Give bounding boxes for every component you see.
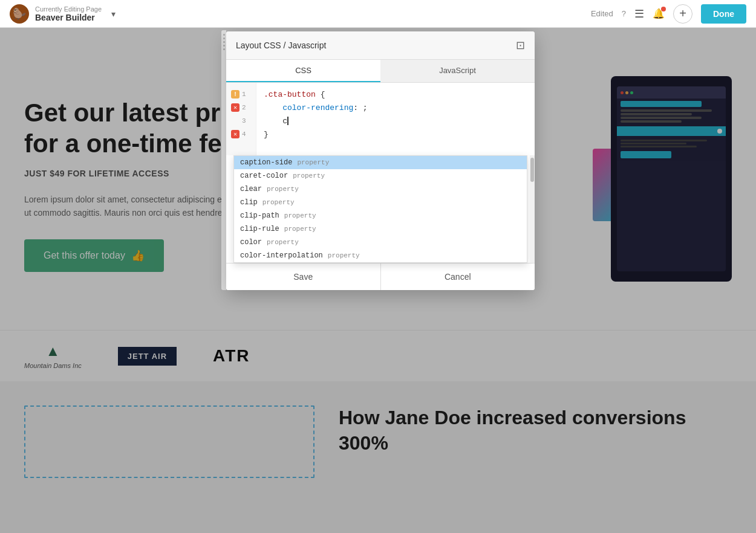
- autocomplete-item-color[interactable]: color property: [234, 236, 527, 249]
- topbar-editing-label: Currently Editing Page: [35, 5, 102, 13]
- modal-header: Layout CSS / Javascript ⊡: [226, 31, 535, 60]
- line-row-3: 3: [226, 114, 256, 128]
- autocomplete-item-clip[interactable]: clip property: [234, 196, 527, 209]
- save-button[interactable]: Save: [226, 263, 381, 290]
- error-icon-4: ✕: [231, 130, 240, 138]
- code-editor[interactable]: ! 1 ✕ 2 3 ✕ 4: [226, 83, 535, 263]
- autocomplete-dropdown: caption-side property caret-color proper…: [233, 155, 527, 263]
- code-lines-area: ! 1 ✕ 2 3 ✕ 4: [226, 83, 535, 155]
- error-icon-1: !: [231, 90, 240, 99]
- code-selector: .cta-button: [264, 90, 316, 99]
- scroll-thumb: [530, 158, 534, 182]
- line-numbers: ! 1 ✕ 2 3 ✕ 4: [226, 83, 256, 155]
- code-line-1: .cta-button {: [264, 88, 527, 101]
- line-row-2: ✕ 2: [226, 101, 256, 114]
- line-num-3: 3: [242, 117, 246, 124]
- beaver-logo: 🦫: [10, 4, 29, 24]
- code-line-4: }: [264, 128, 527, 141]
- modal-footer: Save Cancel: [226, 263, 535, 290]
- topbar-edited-label: Edited: [591, 9, 613, 18]
- autocomplete-item-caption-side[interactable]: caption-side property: [234, 156, 527, 169]
- code-property: color-rendering: [282, 103, 353, 112]
- line-num-2: 2: [242, 104, 246, 111]
- autocomplete-container: caption-side property caret-color proper…: [226, 155, 535, 263]
- topbar: 🦫 Currently Editing Page Beaver Builder …: [0, 0, 756, 28]
- modal-title: Layout CSS / Javascript: [236, 40, 326, 50]
- modal-close-button[interactable]: ⊡: [516, 39, 525, 52]
- cancel-button[interactable]: Cancel: [381, 263, 535, 290]
- autocomplete-item-clip-rule[interactable]: clip-rule property: [234, 222, 527, 236]
- code-line-2: color-rendering : ;: [264, 101, 527, 114]
- strip-dot: [223, 45, 225, 47]
- code-content[interactable]: .cta-button { color-rendering : ; c: [256, 83, 535, 155]
- text-cursor: [287, 117, 288, 125]
- autocomplete-scrollbar[interactable]: [530, 155, 535, 263]
- topbar-bell[interactable]: 🔔: [653, 8, 665, 19]
- strip-dot: [223, 41, 225, 43]
- strip-dot: [223, 37, 225, 39]
- tab-css[interactable]: CSS: [226, 60, 380, 82]
- add-button[interactable]: +: [673, 4, 692, 24]
- done-button[interactable]: Done: [701, 4, 746, 24]
- autocomplete-item-clip-path[interactable]: clip-path property: [234, 209, 527, 222]
- topbar-chevron-icon[interactable]: ▾: [111, 9, 116, 19]
- error-icon-2: ✕: [231, 103, 240, 112]
- topbar-left: 🦫 Currently Editing Page Beaver Builder …: [10, 4, 116, 24]
- strip-dot: [223, 48, 225, 50]
- autocomplete-item-caret-color[interactable]: caret-color property: [234, 169, 527, 183]
- line-row-1: ! 1: [226, 88, 256, 101]
- line-num-4: 4: [242, 131, 246, 138]
- modal-overlay: Layout CSS / Javascript ⊡ CSS JavaScript…: [0, 28, 756, 533]
- tab-javascript[interactable]: JavaScript: [380, 60, 535, 82]
- topbar-help-icon[interactable]: ?: [622, 9, 626, 18]
- line-row-4: ✕ 4: [226, 128, 256, 141]
- strip-dot: [223, 34, 225, 36]
- modal-tabs: CSS JavaScript: [226, 60, 535, 83]
- topbar-right: Edited ? ☰ 🔔 + Done: [591, 4, 746, 24]
- css-js-modal: Layout CSS / Javascript ⊡ CSS JavaScript…: [226, 31, 535, 290]
- modal-wrapper: Layout CSS / Javascript ⊡ CSS JavaScript…: [221, 30, 535, 290]
- code-line-3: c: [264, 114, 527, 128]
- line-num-1: 1: [242, 91, 246, 98]
- modal-left-strip: [221, 30, 226, 290]
- topbar-title-area: Currently Editing Page Beaver Builder: [35, 5, 102, 22]
- notification-dot: [661, 7, 666, 11]
- autocomplete-item-color-interpolation[interactable]: color-interpolation property: [234, 249, 527, 262]
- topbar-app-name: Beaver Builder: [35, 13, 102, 22]
- autocomplete-item-clear[interactable]: clear property: [234, 183, 527, 196]
- topbar-list-icon[interactable]: ☰: [634, 7, 644, 21]
